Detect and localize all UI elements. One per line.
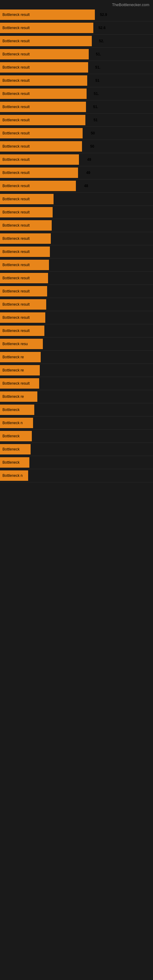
bar-label-24: Bottleneck result	[1, 329, 30, 333]
bar-value-3: 51.	[96, 52, 101, 56]
bar-row-19: Bottleneck result	[0, 258, 153, 272]
bar-3: Bottleneck result51.	[0, 49, 89, 59]
bar-label-19: Bottleneck result	[1, 263, 30, 267]
bar-12: Bottleneck result49	[0, 167, 78, 178]
bar-label-14: Bottleneck result	[1, 197, 30, 201]
bar-row-6: Bottleneck result51.	[0, 87, 153, 100]
bar-label-32: Bottleneck	[1, 434, 19, 438]
bar-label-12: Bottleneck result	[1, 170, 30, 175]
bar-row-20: Bottleneck result	[0, 272, 153, 285]
bar-value-1: 52.6	[99, 26, 105, 30]
bar-row-7: Bottleneck result51.	[0, 100, 153, 114]
bar-value-0: 52.9	[100, 13, 107, 17]
bars-container: Bottleneck result52.9Bottleneck result52…	[0, 8, 153, 482]
bar-label-1: Bottleneck result	[1, 26, 30, 30]
bar-28: Bottleneck result	[0, 378, 39, 389]
bar-label-29: Bottleneck re	[1, 395, 24, 399]
bar-row-10: Bottleneck result50	[0, 140, 153, 153]
bar-32: Bottleneck	[0, 431, 32, 441]
bar-row-11: Bottleneck result49	[0, 153, 153, 166]
bar-row-9: Bottleneck result50	[0, 127, 153, 140]
bar-label-26: Bottleneck re	[1, 355, 24, 359]
bar-row-24: Bottleneck result	[0, 324, 153, 337]
bar-22: Bottleneck result	[0, 299, 46, 310]
bar-label-28: Bottleneck result	[1, 381, 30, 385]
bar-label-7: Bottleneck result	[1, 105, 30, 109]
header: TheBottlenecker.com	[0, 0, 153, 8]
bar-21: Bottleneck result	[0, 286, 47, 296]
bar-33: Bottleneck	[0, 444, 30, 455]
bar-row-18: Bottleneck result	[0, 245, 153, 258]
bar-value-9: 50	[91, 131, 95, 135]
bar-label-0: Bottleneck result	[1, 13, 30, 17]
bar-value-12: 49	[86, 170, 90, 175]
bar-0: Bottleneck result52.9	[0, 10, 95, 20]
bar-10: Bottleneck result50	[0, 141, 82, 151]
bar-label-31: Bottleneck n	[1, 421, 22, 425]
bar-row-14: Bottleneck result	[0, 192, 153, 206]
bar-value-5: 51	[96, 78, 99, 83]
bar-label-3: Bottleneck result	[1, 52, 30, 56]
bar-35: Bottleneck n	[0, 470, 28, 481]
bar-25: Bottleneck resu	[0, 339, 43, 349]
site-title: TheBottlenecker.com	[112, 2, 149, 7]
bar-row-17: Bottleneck result	[0, 232, 153, 245]
bar-label-17: Bottleneck result	[1, 236, 30, 241]
bar-label-35: Bottleneck n	[1, 474, 22, 478]
bar-row-5: Bottleneck result51	[0, 74, 153, 87]
bar-label-18: Bottleneck result	[1, 250, 30, 254]
bar-label-6: Bottleneck result	[1, 92, 30, 96]
bar-label-13: Bottleneck result	[1, 184, 30, 188]
bar-row-21: Bottleneck result	[0, 285, 153, 298]
bar-row-28: Bottleneck result	[0, 377, 153, 390]
bar-value-2: 52.	[99, 39, 104, 43]
bar-18: Bottleneck result	[0, 247, 50, 257]
bar-26: Bottleneck re	[0, 352, 41, 362]
bar-label-15: Bottleneck result	[1, 210, 30, 215]
bar-label-30: Bottleneck	[1, 407, 19, 412]
bar-label-20: Bottleneck result	[1, 276, 30, 280]
bar-label-21: Bottleneck result	[1, 289, 30, 293]
bar-row-4: Bottleneck result51.	[0, 61, 153, 74]
bar-row-3: Bottleneck result51.	[0, 48, 153, 61]
bar-label-27: Bottleneck re	[1, 368, 24, 372]
bar-17: Bottleneck result	[0, 233, 51, 244]
bar-value-6: 51.	[94, 92, 99, 96]
bar-row-1: Bottleneck result52.6	[0, 21, 153, 35]
bar-13: Bottleneck result48	[0, 181, 76, 191]
bar-5: Bottleneck result51	[0, 75, 87, 86]
bar-value-7: 51.	[93, 105, 98, 109]
bar-9: Bottleneck result50	[0, 128, 83, 138]
bar-27: Bottleneck re	[0, 365, 40, 375]
bar-4: Bottleneck result51.	[0, 62, 88, 73]
bar-8: Bottleneck result51	[0, 115, 85, 125]
bar-label-11: Bottleneck result	[1, 158, 30, 162]
bar-label-25: Bottleneck resu	[1, 342, 28, 346]
bar-label-34: Bottleneck	[1, 460, 19, 465]
bar-6: Bottleneck result51.	[0, 89, 87, 99]
bar-value-10: 50	[90, 144, 94, 148]
bar-row-22: Bottleneck result	[0, 298, 153, 311]
bar-16: Bottleneck result	[0, 220, 52, 231]
bar-row-16: Bottleneck result	[0, 219, 153, 232]
bar-value-4: 51.	[95, 65, 100, 70]
bar-row-34: Bottleneck	[0, 456, 153, 469]
bar-24: Bottleneck result	[0, 326, 45, 336]
bar-row-30: Bottleneck	[0, 403, 153, 417]
bar-20: Bottleneck result	[0, 273, 48, 283]
bar-label-2: Bottleneck result	[1, 39, 30, 43]
bar-value-8: 51	[94, 118, 97, 122]
bar-value-13: 48	[84, 184, 88, 188]
bar-2: Bottleneck result52.	[0, 36, 92, 46]
bar-row-8: Bottleneck result51	[0, 114, 153, 127]
bar-row-25: Bottleneck resu	[0, 337, 153, 351]
bar-label-16: Bottleneck result	[1, 223, 30, 228]
bar-29: Bottleneck re	[0, 391, 37, 402]
bar-row-32: Bottleneck	[0, 430, 153, 443]
bar-row-31: Bottleneck n	[0, 417, 153, 430]
bar-31: Bottleneck n	[0, 418, 33, 428]
bar-1: Bottleneck result52.6	[0, 23, 93, 33]
bar-label-4: Bottleneck result	[1, 65, 30, 70]
bar-label-33: Bottleneck	[1, 447, 19, 452]
bar-row-35: Bottleneck n	[0, 469, 153, 482]
